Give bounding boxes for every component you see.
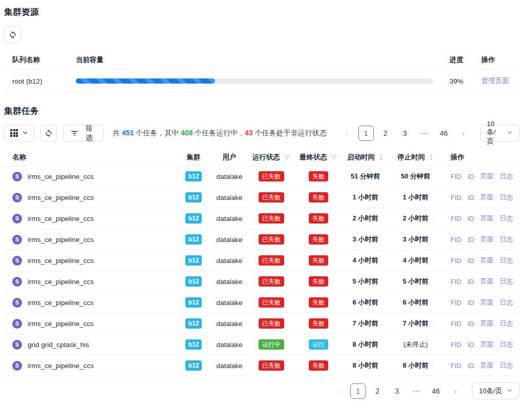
- action-link-日志[interactable]: 日志: [500, 256, 513, 265]
- action-link-页面[interactable]: 页面: [480, 172, 494, 181]
- page-button-last[interactable]: 46: [428, 383, 443, 399]
- action-link-fid[interactable]: FID: [451, 236, 461, 244]
- action-link-fid[interactable]: FID: [451, 215, 461, 222]
- row-actions: FIDID页面日志: [442, 361, 519, 370]
- action-link-id[interactable]: ID: [467, 194, 474, 201]
- action-link-页面[interactable]: 页面: [480, 214, 494, 223]
- run-status-badge: 已失败: [259, 297, 284, 308]
- page-button-1[interactable]: 1: [358, 126, 374, 141]
- page-button-3[interactable]: 3: [389, 383, 405, 399]
- action-link-fid[interactable]: FID: [451, 362, 461, 370]
- filter-button[interactable]: 筛选: [63, 125, 103, 141]
- spark-app-icon: S: [12, 319, 22, 329]
- cluster-badge: b12: [185, 234, 202, 245]
- action-link-fid[interactable]: FID: [451, 341, 461, 349]
- action-link-fid[interactable]: FID: [451, 257, 461, 265]
- action-link-id[interactable]: ID: [467, 257, 474, 265]
- task-name: irms_ce_pipeline_ccs: [28, 278, 94, 286]
- page-size-select[interactable]: 10条/页: [472, 382, 519, 399]
- cluster-badge: b12: [185, 192, 202, 202]
- action-link-id[interactable]: ID: [467, 215, 474, 222]
- page-button-3[interactable]: 3: [397, 126, 413, 141]
- page-button-2[interactable]: 2: [378, 126, 393, 141]
- chevron-down-icon: [22, 129, 28, 137]
- page-button-last[interactable]: 46: [436, 126, 452, 141]
- run-status-badge: 已失败: [259, 213, 284, 224]
- app-grid-icon: [10, 129, 18, 137]
- stop-time: (未停止): [403, 340, 428, 349]
- action-link-fid[interactable]: FID: [451, 194, 461, 201]
- action-link-页面[interactable]: 页面: [480, 235, 494, 244]
- run-status-badge: 已失败: [259, 234, 284, 245]
- action-link-页面[interactable]: 页面: [480, 298, 494, 307]
- action-link-id[interactable]: ID: [467, 173, 474, 180]
- action-link-日志[interactable]: 日志: [500, 172, 513, 181]
- page-button-2[interactable]: 2: [370, 383, 385, 399]
- page-ellipsis[interactable]: •••: [417, 126, 432, 141]
- page-size-value: 10条/页: [487, 120, 502, 146]
- action-link-页面[interactable]: 页面: [480, 193, 494, 202]
- queue-name-header: 队列名称: [4, 51, 68, 69]
- resources-refresh-button[interactable]: [4, 26, 21, 43]
- final-status-badge: 失败: [309, 318, 328, 329]
- action-link-id[interactable]: ID: [467, 320, 474, 328]
- action-link-id[interactable]: ID: [467, 341, 474, 349]
- action-link-日志[interactable]: 日志: [500, 298, 513, 307]
- action-link-页面[interactable]: 页面: [480, 256, 494, 265]
- task-name: irms_ce_pipeline_ccs: [28, 257, 94, 265]
- run-status-filter-funnel-icon[interactable]: [284, 154, 290, 160]
- action-link-id[interactable]: ID: [467, 278, 474, 286]
- action-link-日志[interactable]: 日志: [500, 340, 513, 349]
- action-link-页面[interactable]: 页面: [480, 319, 494, 328]
- run-status-badge: 已失败: [259, 276, 284, 287]
- prev-page-button[interactable]: ‹: [331, 383, 346, 399]
- action-link-日志[interactable]: 日志: [500, 319, 513, 328]
- row-actions: FIDID页面日志: [442, 193, 519, 202]
- task-name: irms_ce_pipeline_ccs: [28, 194, 94, 201]
- final-status-badge: 失败: [309, 297, 328, 308]
- progress-header: 进度: [441, 51, 473, 69]
- page-size-value: 10条/页: [479, 387, 502, 396]
- action-link-页面[interactable]: 页面: [480, 361, 494, 370]
- page-size-select[interactable]: 10条/页: [480, 125, 519, 141]
- queue-name: root (b12): [4, 77, 68, 85]
- action-link-fid[interactable]: FID: [451, 320, 461, 328]
- view-layout-dropdown-button[interactable]: [4, 125, 34, 141]
- action-link-日志[interactable]: 日志: [500, 214, 513, 223]
- stop-time: 2 小时前: [403, 214, 429, 223]
- running-tasks-count: 408: [181, 129, 193, 137]
- progress-percent: 39%: [441, 77, 473, 85]
- task-name: irms_ce_pipeline_ccs: [28, 173, 94, 180]
- tasks-refresh-button[interactable]: [40, 125, 57, 141]
- final-status-filter-funnel-icon[interactable]: [331, 154, 337, 160]
- capacity-header: 当前容量: [68, 51, 441, 69]
- cluster-tasks-title: 集群任务: [4, 106, 519, 116]
- spark-app-icon: S: [12, 298, 22, 308]
- action-link-页面[interactable]: 页面: [480, 340, 494, 349]
- next-page-button[interactable]: ›: [448, 383, 463, 399]
- stop-time: 50 分钟前: [401, 172, 430, 181]
- page-ellipsis[interactable]: •••: [409, 383, 424, 399]
- action-link-id[interactable]: ID: [467, 362, 474, 370]
- action-link-id[interactable]: ID: [467, 236, 474, 244]
- start-time-sort-icon[interactable]: [378, 154, 384, 161]
- action-link-fid[interactable]: FID: [451, 173, 461, 180]
- action-link-日志[interactable]: 日志: [500, 235, 513, 244]
- action-link-日志[interactable]: 日志: [500, 361, 513, 370]
- manage-page-link[interactable]: 管理页面: [481, 77, 509, 85]
- action-link-id[interactable]: ID: [467, 299, 474, 307]
- spark-app-icon: S: [12, 214, 22, 224]
- user-name: datalake: [216, 236, 242, 244]
- action-link-页面[interactable]: 页面: [480, 277, 494, 286]
- start-time: 8 小时前: [353, 340, 378, 349]
- prev-page-button[interactable]: ‹: [339, 126, 354, 141]
- stop-time-sort-icon[interactable]: [429, 154, 434, 161]
- next-page-button[interactable]: ›: [456, 126, 471, 141]
- capacity-progress-fill: [76, 78, 215, 84]
- action-link-日志[interactable]: 日志: [500, 193, 513, 202]
- row-actions: FIDID页面日志: [442, 235, 519, 244]
- action-link-日志[interactable]: 日志: [500, 277, 513, 286]
- action-link-fid[interactable]: FID: [451, 299, 461, 307]
- action-link-fid[interactable]: FID: [451, 278, 461, 286]
- page-button-1[interactable]: 1: [350, 383, 366, 399]
